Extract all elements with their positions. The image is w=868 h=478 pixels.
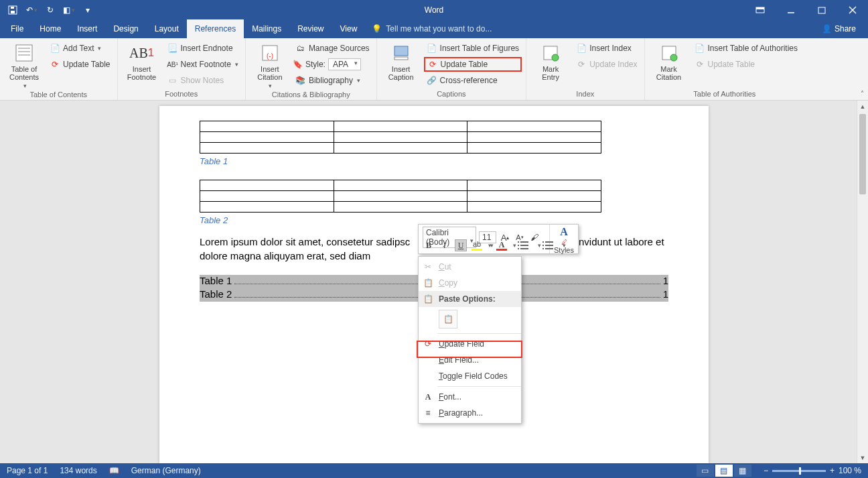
redo-icon[interactable]: ↻ (44, 4, 56, 16)
ctx-update-field[interactable]: ⟳Update Field (419, 336, 521, 352)
read-mode-button[interactable]: ▭ (697, 465, 714, 477)
tab-home[interactable]: Home (31, 19, 69, 38)
font-color-button[interactable]: A (496, 240, 508, 251)
svg-rect-1 (11, 11, 15, 13)
svg-rect-6 (818, 7, 825, 13)
vertical-scrollbar[interactable]: ▲ ▼ (857, 101, 868, 463)
zoom-level[interactable]: 100 % (839, 466, 861, 475)
paste-icon: 📋 (423, 294, 433, 304)
web-layout-button[interactable]: ▦ (734, 465, 751, 477)
authorities-icon: 📄 (695, 43, 705, 54)
tell-me-search[interactable]: 💡 Tell me what you want to do... (365, 19, 492, 38)
cross-reference-button[interactable]: 🔗Cross-reference (424, 73, 522, 88)
group-label: Table of Authorities (649, 88, 801, 100)
highlight-button[interactable]: ab (471, 240, 483, 251)
update-icon: ⟳ (423, 339, 433, 349)
ribbon-display-options-icon[interactable] (745, 0, 776, 19)
touch-mode-icon[interactable]: ◧▾ (63, 4, 75, 16)
table-caption-1[interactable]: Table 1 (200, 156, 668, 166)
add-text-button[interactable]: 📄Add Text▾ (47, 41, 113, 56)
qat-customize-icon[interactable]: ▾ (82, 4, 94, 16)
app-title: Word (425, 5, 443, 15)
zoom-out-button[interactable]: − (764, 466, 768, 475)
table-of-contents-icon (13, 42, 35, 64)
ctx-paragraph[interactable]: ≡Paragraph... (419, 405, 521, 421)
insert-caption-button[interactable]: Insert Caption (381, 41, 421, 81)
undo-icon[interactable]: ↶▾ (25, 4, 38, 16)
group-table-of-contents: Table of Contents ▾ 📄Add Text▾ ⟳Update T… (0, 38, 118, 100)
word-count[interactable]: 134 words (60, 466, 96, 475)
close-button[interactable] (837, 0, 868, 19)
group-label: Table of Contents (4, 89, 113, 101)
language-status[interactable]: German (Germany) (131, 466, 201, 475)
cut-icon: ✂ (423, 261, 433, 272)
insert-endnote-button[interactable]: 📃Insert Endnote (165, 41, 241, 56)
insert-authorities-button[interactable]: 📄Insert Table of Authorities (692, 41, 801, 56)
view-buttons: ▭ ▤ ▦ (697, 465, 751, 477)
tab-layout[interactable]: Layout (147, 19, 187, 38)
manage-sources-icon: 🗂 (295, 43, 306, 54)
tab-mailings[interactable]: Mailings (244, 19, 289, 38)
bullets-button[interactable] (520, 240, 532, 251)
document-table-1[interactable] (200, 121, 601, 154)
chevron-down-icon: ▾ (269, 82, 272, 89)
save-icon[interactable] (7, 4, 19, 16)
minimize-button[interactable] (776, 0, 806, 19)
tab-file[interactable]: File (3, 19, 31, 38)
mark-entry-button[interactable]: Mark Entry (530, 41, 571, 81)
paste-keep-text-button[interactable]: 📋 (439, 310, 457, 328)
show-notes-icon: ▭ (167, 75, 178, 86)
context-menu: ✂CCutut 📋Copy 📋Paste Options: 📋 ⟳Update … (418, 256, 522, 424)
insert-footnote-button[interactable]: AB1 Insert Footnote (122, 41, 162, 81)
zoom-controls: − + 100 % (764, 466, 861, 475)
bibliography-button[interactable]: 📚Bibliography▾ (293, 73, 372, 88)
next-footnote-button[interactable]: AB¹Next Footnote▾ (165, 57, 241, 72)
numbering-button[interactable] (545, 240, 557, 251)
share-label: Share (835, 24, 856, 34)
ctx-toggle-field-codes[interactable]: Toggle Field Codes (419, 368, 521, 384)
quick-access-toolbar: ↶▾ ↻ ◧▾ ▾ (0, 4, 94, 16)
bold-button[interactable]: B (423, 239, 435, 251)
ctx-font[interactable]: AFont... (419, 389, 521, 405)
document-table-2[interactable] (200, 180, 601, 213)
page-number[interactable]: Page 1 of 1 (7, 466, 48, 475)
scroll-thumb[interactable] (859, 114, 866, 194)
tab-references[interactable]: References (187, 19, 244, 38)
insert-index-button[interactable]: 📄Insert Index (573, 41, 640, 56)
tab-design[interactable]: Design (105, 19, 146, 38)
print-layout-button[interactable]: ▤ (715, 465, 733, 477)
add-text-icon: 📄 (50, 43, 60, 54)
update-index-button: ⟳Update Index (573, 57, 640, 72)
proofing-icon[interactable]: 📖 (109, 466, 119, 475)
share-button[interactable]: 👤 Share (815, 19, 863, 38)
zoom-in-button[interactable]: + (830, 466, 835, 475)
table-of-contents-button[interactable]: Table of Contents ▾ (4, 41, 44, 89)
manage-sources-button[interactable]: 🗂Manage Sources (293, 41, 372, 56)
show-notes-button: ▭Show Notes (165, 73, 241, 88)
svg-text:(-): (-) (267, 52, 273, 60)
citation-style-select[interactable]: 🔖Style:APA (293, 57, 372, 72)
insert-index-icon: 📄 (576, 43, 587, 54)
insert-table-of-figures-button[interactable]: 📄Insert Table of Figures (424, 41, 522, 56)
underline-button[interactable]: U (455, 239, 467, 251)
tell-me-placeholder: Tell me what you want to do... (386, 24, 492, 34)
scroll-up-icon[interactable]: ▲ (857, 101, 868, 112)
tof-icon: 📄 (427, 43, 437, 54)
bibliography-icon: 📚 (295, 75, 306, 86)
mark-citation-button[interactable]: Mark Citation (649, 41, 689, 81)
zoom-slider[interactable] (772, 470, 826, 472)
italic-button[interactable]: I (439, 239, 451, 251)
insert-citation-button[interactable]: (-) Insert Citation ▾ (250, 41, 290, 89)
tab-review[interactable]: Review (289, 19, 332, 38)
tab-insert[interactable]: Insert (69, 19, 105, 38)
tab-view[interactable]: View (332, 19, 366, 38)
svg-point-18 (552, 54, 559, 61)
mark-entry-icon (540, 42, 561, 64)
ctx-edit-field[interactable]: Edit Field... (419, 352, 521, 368)
scroll-down-icon[interactable]: ▼ (857, 452, 868, 463)
collapse-ribbon-icon[interactable]: ˄ (861, 90, 864, 97)
update-toc-button[interactable]: ⟳Update Table (47, 57, 113, 72)
update-table-button[interactable]: ⟳Update Table (424, 57, 522, 72)
maximize-button[interactable] (806, 0, 837, 19)
group-citations: (-) Insert Citation ▾ 🗂Manage Sources 🔖S… (246, 38, 377, 100)
